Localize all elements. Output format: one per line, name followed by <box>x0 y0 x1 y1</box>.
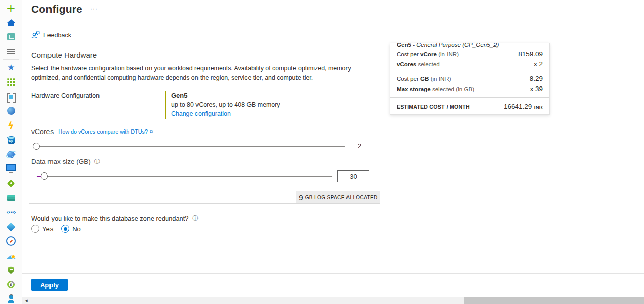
app-services-icon <box>6 105 17 116</box>
estimated-cost-label: ESTIMATED COST / MONTH <box>397 104 470 110</box>
hardware-configuration-box: Gen5 up to 80 vCores, up to 408 GB memor… <box>165 91 280 119</box>
create-resource-icon <box>6 3 17 14</box>
cost-row-max-storage: Max storage selected (in GB) x 39 <box>397 85 543 93</box>
all-resources-icon <box>6 76 17 88</box>
configure-blade: Configure ··· Feedback Compute Hardware … <box>0 0 644 304</box>
datasize-slider-track[interactable] <box>37 176 332 178</box>
sidebar-item-virtual-networks[interactable] <box>0 205 22 220</box>
max-storage-value: x 39 <box>530 85 543 93</box>
vcores-slider-track[interactable] <box>33 146 345 148</box>
more-options-icon[interactable]: ··· <box>90 5 98 12</box>
sidebar-item-defender[interactable] <box>0 263 22 278</box>
feedback-label: Feedback <box>43 32 71 39</box>
sidebar-item-help-support[interactable] <box>0 292 22 304</box>
section-heading: Compute Hardware <box>31 51 97 59</box>
change-configuration-link[interactable]: Change configuration <box>171 110 280 117</box>
dashboard-icon <box>6 31 17 42</box>
vcores-row: vCores How do vCores compare with DTUs? … <box>31 127 153 136</box>
sidebar-item-azure-ad[interactable] <box>0 220 22 234</box>
vcores-selected-value: x 2 <box>534 60 543 68</box>
log-space-value: 9 <box>299 193 303 202</box>
sidebar-divider <box>3 59 19 60</box>
portal-sidebar <box>0 0 22 304</box>
cost-row-vcore-price: Cost per vCore (in INR) 8159.09 <box>397 50 543 58</box>
sidebar-item-function-app[interactable] <box>0 118 22 133</box>
sidebar-item-app-services[interactable] <box>0 104 22 118</box>
sidebar-item-dashboard[interactable] <box>0 30 22 45</box>
sidebar-item-resource-groups[interactable] <box>0 90 22 104</box>
dtu-compare-link[interactable]: How do vCores compare with DTUs? ⧉ <box>58 128 153 135</box>
help-support-icon <box>6 293 17 304</box>
horizontal-scrollbar[interactable]: ◀ <box>22 297 644 304</box>
zone-redundant-options: Yes No <box>31 225 81 233</box>
feedback-button[interactable]: Feedback <box>31 31 71 39</box>
estimated-cost-currency: INR <box>534 104 543 110</box>
sidebar-item-cost-management[interactable] <box>0 277 22 292</box>
azure-ad-icon <box>6 221 17 232</box>
zone-redundant-yes-option[interactable]: Yes <box>31 225 53 233</box>
resource-groups-icon <box>6 91 17 102</box>
cost-sku-header: Gen5 - General Purpose (GP_Gen5_2) <box>397 43 543 48</box>
cost-management-icon <box>6 279 17 290</box>
cost-summary-card: Gen5 - General Purpose (GP_Gen5_2) Cost … <box>390 43 550 115</box>
estimated-cost-value: 16641.29 <box>504 103 532 110</box>
feedback-icon <box>31 31 40 39</box>
vcores-label: vCores <box>31 127 54 136</box>
page-title: Configure <box>31 3 82 15</box>
datasize-input[interactable] <box>337 170 369 182</box>
function-app-icon <box>6 120 17 131</box>
datasize-info-icon[interactable]: ⓘ <box>94 159 100 164</box>
load-balancers-icon <box>6 178 17 189</box>
vcores-slider[interactable] <box>33 143 345 150</box>
favorites-icon <box>6 62 17 73</box>
vcores-input[interactable] <box>350 141 369 151</box>
radio-yes-icon[interactable] <box>31 225 39 233</box>
advisor-icon <box>6 250 17 261</box>
vcores-slider-thumb[interactable] <box>33 143 40 150</box>
sidebar-item-storage-accounts[interactable] <box>0 191 22 205</box>
all-services-icon <box>6 46 17 57</box>
cost-divider <box>397 72 543 72</box>
cost-row-vcores-selected: vCores selected x 2 <box>397 60 543 68</box>
storage-accounts-icon <box>6 192 17 203</box>
sidebar-item-favorites[interactable] <box>0 60 22 75</box>
home-icon <box>6 17 17 28</box>
zone-redundant-question: Would you like to make this database zon… <box>31 214 188 222</box>
log-space-badge: 9 GB LOG SPACE ALLOCATED <box>296 191 380 204</box>
sidebar-item-cosmos-db[interactable] <box>0 147 22 162</box>
radio-no-label: No <box>72 225 81 233</box>
gb-price-value: 8.29 <box>530 75 543 82</box>
sidebar-item-all-resources[interactable] <box>0 75 22 90</box>
sidebar-item-create-resource[interactable] <box>0 1 22 16</box>
virtual-networks-icon <box>6 207 17 218</box>
sidebar-item-sql-databases[interactable] <box>0 133 22 147</box>
sidebar-item-advisor[interactable] <box>0 248 22 263</box>
log-space-divider <box>29 203 380 204</box>
virtual-machines-icon <box>6 163 17 175</box>
defender-icon <box>6 265 17 276</box>
radio-no-icon[interactable] <box>61 225 69 233</box>
cosmos-db-icon <box>6 149 17 160</box>
datasize-slider[interactable] <box>37 172 332 180</box>
zone-redundant-info-icon[interactable]: ⓘ <box>192 215 198 221</box>
zone-redundant-no-option[interactable]: No <box>61 225 81 233</box>
external-link-icon: ⧉ <box>150 129 153 135</box>
sidebar-item-home[interactable] <box>0 16 22 30</box>
apply-button[interactable]: Apply <box>31 279 68 291</box>
scroll-left-arrow-icon[interactable]: ◀ <box>23 297 29 304</box>
horizontal-scrollbar-thumb[interactable] <box>464 297 644 304</box>
log-space-label: GB LOG SPACE ALLOCATED <box>305 195 378 200</box>
sql-databases-icon <box>6 135 17 146</box>
datasize-slider-thumb[interactable] <box>41 172 48 180</box>
zone-redundant-question-row: Would you like to make this database zon… <box>31 214 198 222</box>
cost-row-gb-price: Cost per GB (in INR) 8.29 <box>397 75 543 82</box>
footer-divider <box>22 273 644 274</box>
sidebar-item-all-services[interactable] <box>0 45 22 59</box>
section-description: Select the hardware configuration based … <box>31 64 379 83</box>
datasize-label: Data max size (GB) <box>31 158 91 165</box>
sidebar-item-virtual-machines[interactable] <box>0 162 22 177</box>
sidebar-item-load-balancers[interactable] <box>0 176 22 191</box>
hardware-generation: Gen5 <box>171 92 280 99</box>
sidebar-item-monitor[interactable] <box>0 234 22 249</box>
toolbar-divider <box>29 45 644 45</box>
